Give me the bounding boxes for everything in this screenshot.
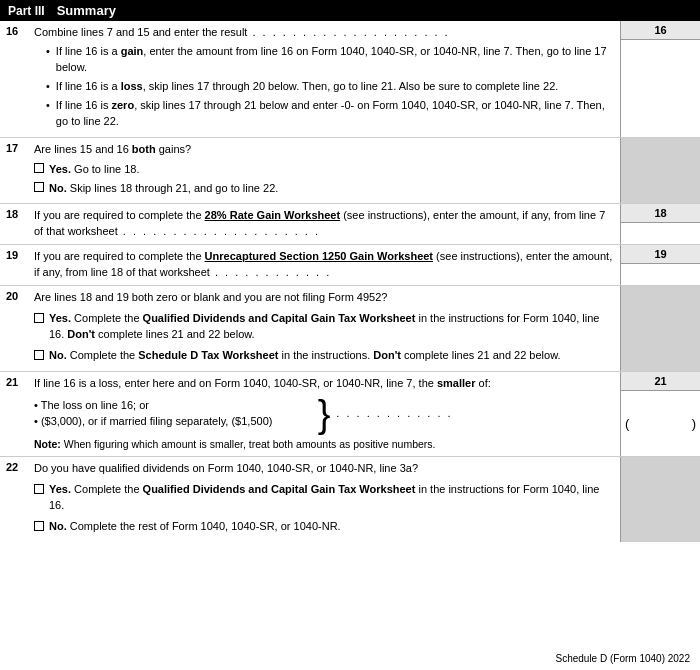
line-20-row: 20 Are lines 18 and 19 both zero or blan…	[0, 286, 700, 372]
checkbox-17-yes[interactable]	[34, 163, 44, 173]
line-21-main: If line 16 is a loss, enter here and on …	[34, 376, 614, 392]
line-22-yes: Yes. Complete the Qualified Dividends an…	[34, 482, 614, 514]
line-18-number: 18	[0, 204, 28, 244]
line-17-yes: Yes. Go to line 18.	[34, 162, 614, 178]
line-16-right-label: 16	[621, 21, 700, 40]
line-20-right	[620, 286, 700, 371]
line-19-row: 19 If you are required to complete the U…	[0, 245, 700, 286]
bullet-16-3: • If line 16 is zero, skip lines 17 thro…	[46, 98, 614, 130]
dots-19: . . . . . . . . . . . .	[215, 265, 331, 281]
bullet-symbol: •	[46, 98, 50, 130]
line-19-number: 19	[0, 245, 28, 285]
label-17-no: No. Skip lines 18 through 21, and go to …	[49, 181, 278, 197]
label-22-yes: Yes. Complete the Qualified Dividends an…	[49, 482, 614, 514]
line-17-content: Are lines 15 and 16 both gains? Yes. Go …	[28, 138, 620, 204]
line-21-right-label: 21	[621, 372, 700, 391]
bullet-16-2-text: If line 16 is a loss, skip lines 17 thro…	[56, 79, 558, 95]
brace-char: }	[318, 395, 331, 433]
line-19-main: If you are required to complete the Unre…	[34, 250, 612, 278]
paren-open: (	[625, 416, 629, 431]
footer: Schedule D (Form 1040) 2022	[555, 653, 690, 664]
line-22-row: 22 Do you have qualified dividends on Fo…	[0, 457, 700, 542]
footer-text: Schedule D (Form 1040) 2022	[555, 653, 690, 664]
line-22-main: Do you have qualified dividends on Form …	[34, 461, 614, 477]
line-18-row: 18 If you are required to complete the 2…	[0, 204, 700, 245]
line-19-right: 19	[620, 245, 700, 285]
checkbox-20-no[interactable]	[34, 350, 44, 360]
line-16-right-value	[621, 40, 700, 137]
line-18-right-label: 18	[621, 204, 700, 223]
label-20-no: No. Complete the Schedule D Tax Workshee…	[49, 348, 561, 364]
line-21-brace-items: • The loss on line 16; or • ($3,000), or…	[34, 398, 314, 430]
line-22-number: 22	[0, 457, 28, 542]
line-16-bullets: • If line 16 is a gain, enter the amount…	[46, 44, 614, 130]
line-16-number: 16	[0, 21, 28, 137]
line-22-content: Do you have qualified dividends on Form …	[28, 457, 620, 542]
label-22-no: No. Complete the rest of Form 1040, 1040…	[49, 519, 341, 535]
line-20-no: No. Complete the Schedule D Tax Workshee…	[34, 348, 614, 364]
checkbox-22-yes[interactable]	[34, 484, 44, 494]
line-18-main: If you are required to complete the 28% …	[34, 209, 605, 237]
line-21-note: Note: When figuring which amount is smal…	[34, 437, 614, 452]
line-21-content: If line 16 is a loss, enter here and on …	[28, 372, 620, 456]
line-21-number: 21	[0, 372, 28, 456]
line-21-dots: . . . . . . . . . . . .	[334, 406, 614, 422]
line-17-no: No. Skip lines 18 through 21, and go to …	[34, 181, 614, 197]
line-17-main: Are lines 15 and 16 both gains?	[34, 142, 614, 158]
line-16-row: 16 Combine lines 7 and 15 and enter the …	[0, 21, 700, 138]
checkbox-17-no[interactable]	[34, 182, 44, 192]
line-20-content: Are lines 18 and 19 both zero or blank a…	[28, 286, 620, 371]
dots-16: . . . . . . . . . . . . . . . . . . . .	[252, 25, 449, 41]
checkbox-22-no[interactable]	[34, 521, 44, 531]
line-18-content: If you are required to complete the 28% …	[28, 204, 620, 244]
line-21-brace-area: • The loss on line 16; or • ($3,000), or…	[34, 395, 614, 433]
left-column: 16 Combine lines 7 and 15 and enter the …	[0, 21, 700, 542]
line-19-right-label: 19	[621, 245, 700, 264]
part-header: Part III Summary	[0, 0, 700, 21]
line-18-right: 18	[620, 204, 700, 244]
bullet-symbol: •	[46, 44, 50, 76]
line-22-right	[620, 457, 700, 542]
brace-item-2: • ($3,000), or if married filing separat…	[34, 414, 314, 430]
checkbox-20-yes[interactable]	[34, 313, 44, 323]
line-17-right	[620, 138, 700, 204]
line-21-right-value: ( )	[621, 391, 700, 456]
line-16-right: 16	[620, 21, 700, 137]
line-19-content: If you are required to complete the Unre…	[28, 245, 620, 285]
bullet-symbol: •	[46, 79, 50, 95]
line-21-row: 21 If line 16 is a loss, enter here and …	[0, 372, 700, 457]
line-17-row: 17 Are lines 15 and 16 both gains? Yes. …	[0, 138, 700, 205]
label-17-yes: Yes. Go to line 18.	[49, 162, 140, 178]
bullet-16-1: • If line 16 is a gain, enter the amount…	[46, 44, 614, 76]
part-label: Part III	[8, 4, 45, 18]
brace-item-1: • The loss on line 16; or	[34, 398, 314, 414]
line-16-main: Combine lines 7 and 15 and enter the res…	[34, 26, 452, 38]
line-20-yes: Yes. Complete the Qualified Dividends an…	[34, 311, 614, 343]
bullet-16-2: • If line 16 is a loss, skip lines 17 th…	[46, 79, 614, 95]
dots-18: . . . . . . . . . . . . . . . . . . . .	[123, 224, 320, 240]
label-20-yes: Yes. Complete the Qualified Dividends an…	[49, 311, 614, 343]
line-22-no: No. Complete the rest of Form 1040, 1040…	[34, 519, 614, 535]
line-17-number: 17	[0, 138, 28, 204]
line-20-number: 20	[0, 286, 28, 371]
line-21-right: 21 ( )	[620, 372, 700, 456]
line-20-main: Are lines 18 and 19 both zero or blank a…	[34, 290, 614, 306]
line-16-content: Combine lines 7 and 15 and enter the res…	[28, 21, 620, 137]
page: Part III Summary 16 Combine lines 7 and …	[0, 0, 700, 670]
content-area: 16 Combine lines 7 and 15 and enter the …	[0, 21, 700, 542]
line-19-right-value	[621, 264, 700, 285]
paren-close: )	[692, 416, 696, 431]
line-18-right-value	[621, 223, 700, 244]
bullet-16-3-text: If line 16 is zero, skip lines 17 throug…	[56, 98, 614, 130]
part-title: Summary	[57, 3, 116, 18]
bullet-16-1-text: If line 16 is a gain, enter the amount f…	[56, 44, 614, 76]
